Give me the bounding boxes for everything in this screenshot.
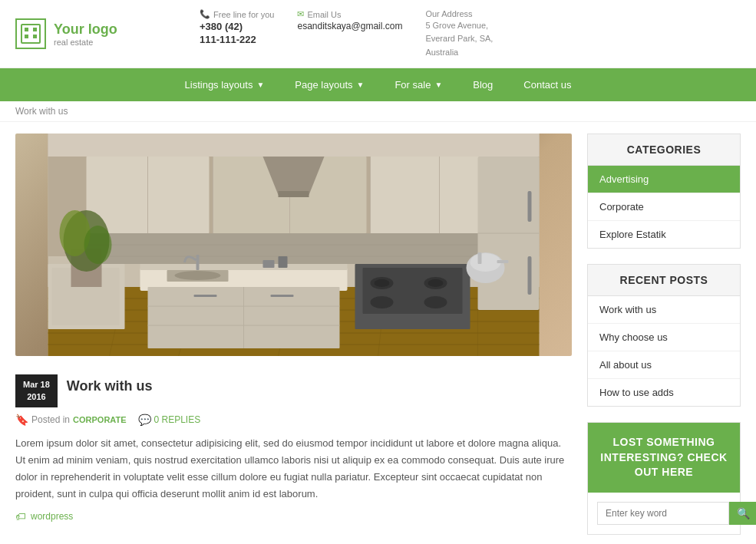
bookmark-icon: 🔖 [15, 414, 28, 426]
recent-posts-widget: RECENT POSTS Work with us Why choose us … [587, 264, 741, 407]
category-list: Advertising Corporate Explore Estatik [588, 166, 740, 248]
chevron-down-icon: ▼ [434, 81, 442, 89]
category-item-explore[interactable]: Explore Estatik [588, 221, 740, 248]
recent-post-why[interactable]: Why choose us [588, 324, 740, 351]
replies-link[interactable]: 0 REPLIES [154, 414, 201, 425]
svg-point-50 [428, 279, 444, 287]
category-item-advertising[interactable]: Advertising [588, 166, 740, 193]
svg-rect-7 [48, 134, 540, 157]
recent-post-link-how[interactable]: How to use adds [588, 379, 740, 406]
post-date-badge: Mar 18 2016 [15, 374, 58, 407]
logo-area: Your logo real estate [15, 18, 169, 49]
post-header: Mar 18 2016 Work with us [15, 365, 572, 407]
svg-rect-40 [194, 295, 217, 297]
logo-sub: real estate [54, 38, 117, 47]
contact-info: 📞 Free line for you +380 (42) 111-111-22… [200, 9, 741, 58]
category-link[interactable]: CORPORATE [73, 415, 126, 424]
svg-rect-65 [263, 260, 275, 268]
post-title: Work with us [67, 378, 153, 394]
recent-post-link-all[interactable]: All about us [588, 351, 740, 378]
svg-rect-56 [528, 256, 532, 295]
address-line2: Everard Park, SA, [425, 33, 493, 45]
main-content: Mar 18 2016 Work with us 🔖 Posted in COR… [0, 122, 756, 544]
category-link-corporate[interactable]: Corporate [588, 193, 740, 220]
svg-rect-3 [25, 35, 28, 38]
svg-point-51 [371, 296, 394, 308]
svg-point-43 [175, 271, 221, 280]
search-widget: LOST SOMETHING INTERESTING? CHECK OUT HE… [587, 422, 741, 535]
phone-number: +380 (42) [200, 21, 274, 32]
tag-link[interactable]: wordpress [31, 511, 73, 522]
categories-title: CATEGORIES [588, 134, 740, 166]
main-nav: Listings layouts ▼ Page layouts ▼ For sa… [0, 68, 756, 101]
post-body: Lorem ipsum dolor sit amet, consectetur … [15, 435, 572, 503]
logo-icon [15, 18, 46, 49]
recent-posts-title: RECENT POSTS [588, 265, 740, 296]
svg-rect-55 [528, 191, 532, 222]
search-input[interactable] [597, 502, 729, 525]
phone-label: 📞 Free line for you [200, 9, 274, 19]
address-contact: Our Address 5 Grove Avenue, Everard Park… [425, 9, 493, 58]
sidebar: CATEGORIES Advertising Corporate Explore… [587, 134, 741, 535]
search-widget-header: LOST SOMETHING INTERESTING? CHECK OUT HE… [588, 423, 740, 493]
recent-post-link-why[interactable]: Why choose us [588, 324, 740, 351]
search-icon: 🔍 [737, 507, 750, 519]
svg-point-62 [470, 253, 501, 272]
recent-post-how[interactable]: How to use adds [588, 379, 740, 406]
post-date-year: 2016 [23, 391, 50, 403]
svg-rect-4 [33, 35, 37, 38]
post-tags: 🏷 wordpress [15, 510, 572, 523]
svg-rect-18 [87, 233, 509, 264]
nav-page-layouts[interactable]: Page layouts ▼ [279, 68, 379, 101]
address-line3: Australia [425, 47, 493, 58]
categories-widget: CATEGORIES Advertising Corporate Explore… [587, 134, 741, 249]
svg-rect-17 [279, 191, 309, 197]
featured-image [15, 134, 572, 356]
address-label: Our Address [425, 9, 493, 18]
svg-point-52 [424, 296, 447, 308]
nav-listings-layouts[interactable]: Listings layouts ▼ [170, 68, 280, 101]
nav-for-sale[interactable]: For sale ▼ [379, 68, 457, 101]
site-header: Your logo real estate 📞 Free line for yo… [0, 0, 756, 68]
recent-post-all[interactable]: All about us [588, 351, 740, 379]
svg-rect-2 [33, 28, 37, 31]
content-area: Mar 18 2016 Work with us 🔖 Posted in COR… [15, 134, 572, 535]
post-date-month: Mar 18 [23, 379, 50, 391]
email-contact: ✉ Email Us esanditskaya@gmail.com [297, 9, 402, 58]
phone-number2: 111-111-222 [200, 34, 274, 45]
svg-rect-64 [497, 260, 509, 263]
tag-icon: 🏷 [15, 510, 26, 523]
svg-rect-66 [279, 256, 288, 268]
recent-post-work[interactable]: Work with us [588, 296, 740, 324]
phone-icon: 📞 [200, 9, 210, 19]
svg-rect-1 [25, 28, 28, 31]
email-value: esanditskaya@gmail.com [297, 21, 402, 31]
category-link-explore[interactable]: Explore Estatik [588, 221, 740, 248]
svg-rect-41 [271, 295, 294, 297]
chevron-down-icon: ▼ [256, 81, 264, 89]
search-box: 🔍 [588, 493, 740, 534]
svg-rect-44 [196, 255, 200, 270]
logo-title: Your logo [54, 21, 117, 38]
email-label: ✉ Email Us [297, 9, 402, 19]
post-category-meta: 🔖 Posted in CORPORATE [15, 414, 127, 426]
logo-text: Your logo real estate [54, 21, 117, 47]
email-icon: ✉ [297, 9, 304, 19]
nav-blog[interactable]: Blog [457, 68, 508, 101]
recent-posts-list: Work with us Why choose us All about us … [588, 296, 740, 406]
svg-point-60 [84, 226, 112, 264]
address-line1: 5 Grove Avenue, [425, 20, 493, 31]
post-meta: 🔖 Posted in CORPORATE 💬 0 REPLIES [15, 414, 572, 426]
posted-in-label: Posted in [31, 414, 70, 425]
recent-post-link-work[interactable]: Work with us [588, 296, 740, 323]
search-button[interactable]: 🔍 [729, 502, 756, 525]
svg-rect-0 [21, 25, 40, 43]
category-link-advertising[interactable]: Advertising [588, 166, 740, 193]
category-item-corporate[interactable]: Corporate [588, 193, 740, 221]
chevron-down-icon: ▼ [357, 81, 365, 89]
comment-icon: 💬 [138, 414, 151, 426]
phone-contact: 📞 Free line for you +380 (42) 111-111-22… [200, 9, 274, 58]
svg-rect-35 [140, 264, 348, 270]
svg-point-48 [375, 279, 390, 287]
nav-contact[interactable]: Contact us [508, 68, 586, 101]
